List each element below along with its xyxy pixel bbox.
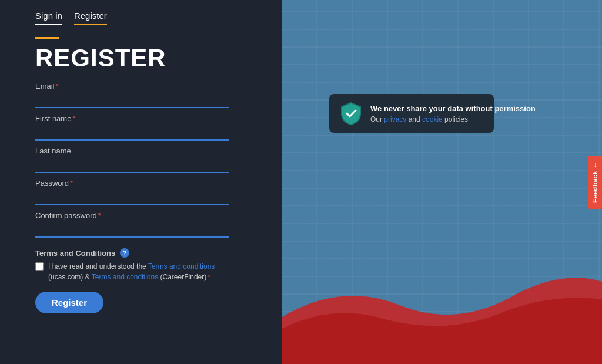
nav-tabs: Sign in Register [35,0,247,25]
shield-icon [339,101,363,126]
cookie-link[interactable]: cookie [422,115,443,123]
left-panel: Sign in Register REGISTER Email* First n… [0,0,282,364]
tab-signin[interactable]: Sign in [35,11,62,25]
register-button[interactable]: Register [35,292,103,313]
registration-form: Email* First name* Last name Password* C [35,82,247,243]
privacy-tooltip: We never share your data without permiss… [329,94,494,133]
firstname-label: First name* [35,114,247,123]
email-label: Email* [35,82,247,91]
privacy-text: We never share your data without permiss… [370,104,536,123]
lastname-label: Last name [35,146,247,155]
email-input[interactable] [35,93,229,108]
privacy-title: We never share your data without permiss… [370,104,536,113]
terms-title-row: Terms and Conditions ? [35,248,247,258]
right-panel: We never share your data without permiss… [282,0,602,364]
terms-help-icon[interactable]: ? [120,248,129,258]
red-swoosh [282,235,602,364]
tab-register[interactable]: Register [74,11,107,25]
privacy-link[interactable]: privacy [384,115,406,123]
confirm-password-required: * [98,211,101,220]
privacy-subtitle: Our privacy and cookie policies [370,115,536,123]
feedback-tab[interactable]: Feedback ← [588,156,602,209]
password-required: * [70,179,73,188]
firstname-required: * [72,114,75,123]
page-title: REGISTER [35,44,247,72]
terms-required: * [208,273,210,281]
firstname-input[interactable] [35,125,229,141]
password-group: Password* [35,179,247,205]
lastname-group: Last name [35,146,247,173]
ucas-terms-link[interactable]: Terms and conditions [148,262,215,271]
terms-checkbox[interactable] [35,262,44,271]
email-required: * [56,82,59,91]
email-group: Email* [35,82,247,108]
password-input[interactable] [35,190,229,205]
confirm-password-label: Confirm password* [35,211,247,220]
title-accent-bar [35,37,59,39]
confirm-password-group: Confirm password* [35,211,247,238]
terms-text: I have read and understood the Terms and… [48,261,247,282]
firstname-group: First name* [35,114,247,141]
password-label: Password* [35,179,247,188]
terms-checkbox-row: I have read and understood the Terms and… [35,261,247,282]
confirm-password-input[interactable] [35,222,229,238]
lastname-input[interactable] [35,158,229,173]
terms-title: Terms and Conditions [35,249,115,258]
careerfinder-terms-link[interactable]: Terms and conditions [92,273,158,281]
terms-section: Terms and Conditions ? I have read and u… [35,248,247,282]
title-area: REGISTER [35,37,247,72]
